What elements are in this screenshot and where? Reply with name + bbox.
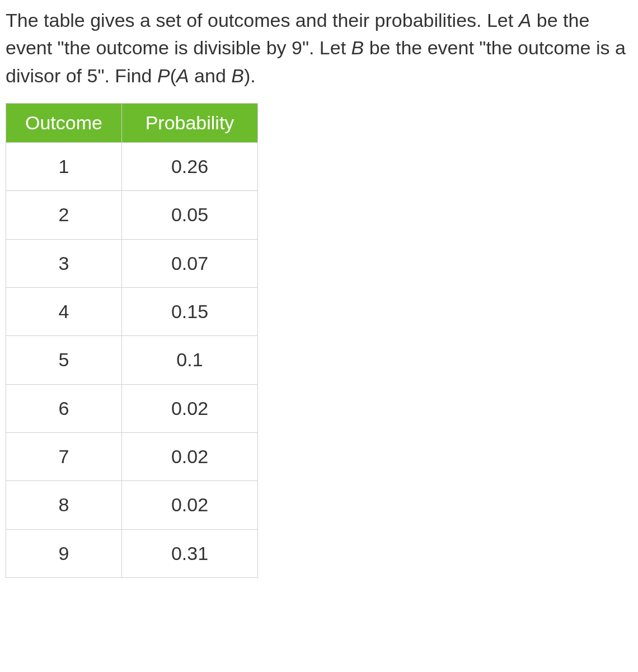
table-row: 2 0.05 (6, 191, 258, 239)
outcome-cell: 8 (6, 481, 122, 529)
table-row: 9 0.31 (6, 529, 258, 577)
paren-open: ( (170, 65, 176, 86)
table-row: 8 0.02 (6, 481, 258, 529)
probability-cell: 0.02 (122, 384, 258, 432)
outcome-cell: 2 (6, 191, 122, 239)
probability-table: Outcome Probability 1 0.26 2 0.05 3 0.07… (6, 103, 258, 578)
paren-close: ). (244, 65, 256, 86)
col-header-outcome: Outcome (6, 103, 122, 142)
probability-cell: 0.15 (122, 288, 258, 336)
outcome-cell: 5 (6, 336, 122, 384)
table-row: 3 0.07 (6, 239, 258, 287)
prob-P: P (157, 65, 170, 86)
table-row: 1 0.26 (6, 143, 258, 191)
outcome-cell: 6 (6, 384, 122, 432)
probability-cell: 0.02 (122, 481, 258, 529)
outcome-cell: 7 (6, 432, 122, 480)
table-row: 7 0.02 (6, 432, 258, 480)
outcome-cell: 3 (6, 239, 122, 287)
table-row: 5 0.1 (6, 336, 258, 384)
probability-cell: 0.05 (122, 191, 258, 239)
table-row: 4 0.15 (6, 288, 258, 336)
event-B: B (231, 65, 244, 86)
question-text: The table gives a set of outcomes and th… (6, 7, 632, 90)
probability-cell: 0.02 (122, 432, 258, 480)
probability-cell: 0.07 (122, 239, 258, 287)
outcome-cell: 9 (6, 529, 122, 577)
col-header-probability: Probability (122, 103, 258, 142)
and-word: and (189, 65, 232, 86)
table-row: 6 0.02 (6, 384, 258, 432)
event-A: A (176, 65, 189, 86)
probability-cell: 0.31 (122, 529, 258, 577)
question-part: The table gives a set of outcomes and th… (6, 10, 519, 31)
event-A: A (519, 10, 532, 31)
table-header-row: Outcome Probability (6, 103, 258, 142)
probability-cell: 0.1 (122, 336, 258, 384)
event-B: B (351, 37, 364, 58)
probability-cell: 0.26 (122, 143, 258, 191)
outcome-cell: 4 (6, 288, 122, 336)
outcome-cell: 1 (6, 143, 122, 191)
